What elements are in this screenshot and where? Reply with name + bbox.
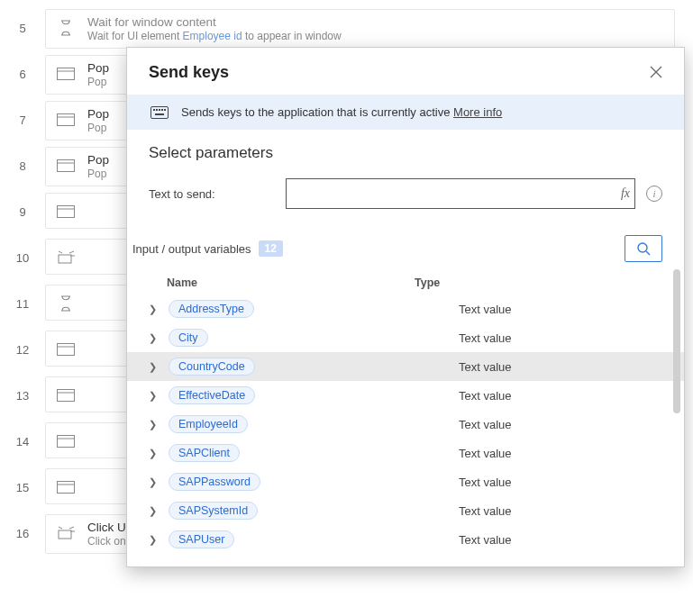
svg-rect-17 <box>59 530 71 539</box>
fx-button[interactable]: fx <box>621 186 630 201</box>
step-subtitle: Pop <box>87 122 109 134</box>
svg-rect-2 <box>58 114 75 126</box>
svg-rect-9 <box>58 344 75 356</box>
window-icon <box>55 201 77 222</box>
variable-row[interactable]: ❯SAPPasswordText value <box>127 467 684 496</box>
svg-rect-11 <box>58 390 75 402</box>
variable-type: Text value <box>459 504 684 518</box>
window-icon <box>55 430 77 452</box>
step-number: 6 <box>0 55 45 81</box>
text-to-send-input[interactable] <box>286 178 635 209</box>
variable-type: Text value <box>459 303 684 316</box>
step-number: 13 <box>0 376 45 403</box>
step-title: Wait for window content <box>87 15 342 29</box>
step-number: 15 <box>0 468 45 494</box>
window-icon <box>55 155 77 177</box>
window-icon <box>55 476 77 498</box>
variable-row[interactable]: ❯CountryCodeText value <box>127 352 684 381</box>
chevron-right-icon[interactable]: ❯ <box>149 361 163 373</box>
svg-rect-6 <box>58 206 75 218</box>
svg-rect-21 <box>159 109 160 111</box>
params-heading: Select parameters <box>149 144 662 162</box>
tap-icon <box>55 522 77 544</box>
svg-rect-15 <box>58 482 75 494</box>
chevron-right-icon[interactable]: ❯ <box>149 505 163 517</box>
step-number: 8 <box>0 147 45 173</box>
variable-pill[interactable]: City <box>169 329 208 347</box>
step-subtitle: Wait for UI element Employee id to appea… <box>87 30 342 42</box>
svg-line-26 <box>646 251 650 255</box>
variable-pill[interactable]: EffectiveDate <box>169 386 255 404</box>
variable-pill[interactable]: EmployeeId <box>169 415 248 433</box>
chevron-right-icon[interactable]: ❯ <box>149 332 163 344</box>
step-number: 14 <box>0 422 45 448</box>
more-info-link[interactable]: More info <box>453 105 502 119</box>
col-header-name: Name <box>167 276 415 289</box>
svg-rect-20 <box>156 109 158 111</box>
window-icon <box>55 63 77 85</box>
hourglass-icon <box>55 293 77 314</box>
dialog-title: Send keys <box>149 63 229 82</box>
svg-point-25 <box>638 243 647 252</box>
step-link[interactable]: Employee id <box>183 30 242 42</box>
variable-pill[interactable]: SAPClient <box>169 444 240 462</box>
variable-type: Text value <box>459 447 684 460</box>
keyboard-icon <box>150 106 169 119</box>
variable-pill[interactable]: SAPUser <box>169 530 234 548</box>
variable-pill[interactable]: AddressType <box>169 300 254 318</box>
variable-type: Text value <box>459 418 684 431</box>
svg-rect-13 <box>58 436 75 448</box>
scrollbar[interactable] <box>673 269 680 413</box>
svg-rect-18 <box>151 106 169 118</box>
variable-type: Text value <box>459 331 684 345</box>
chevron-right-icon[interactable]: ❯ <box>149 419 163 430</box>
close-icon[interactable] <box>646 62 666 82</box>
variable-type: Text value <box>459 476 684 489</box>
step-number: 5 <box>0 9 45 35</box>
chevron-right-icon[interactable]: ❯ <box>149 303 163 315</box>
variable-row[interactable]: ❯SAPUserText value <box>127 525 684 554</box>
variable-pill[interactable]: SAPSystemId <box>169 502 258 520</box>
svg-rect-8 <box>59 255 71 263</box>
chevron-right-icon[interactable]: ❯ <box>149 448 163 459</box>
step-number: 9 <box>0 193 45 219</box>
step-subtitle: Pop <box>87 76 109 88</box>
chevron-right-icon[interactable]: ❯ <box>149 390 163 402</box>
step-number: 12 <box>0 331 45 357</box>
search-button[interactable] <box>625 235 662 262</box>
svg-rect-23 <box>164 109 166 111</box>
variables-header: Input / output variables <box>132 242 251 256</box>
step-title: Pop <box>87 107 109 121</box>
step-number: 10 <box>0 239 45 265</box>
info-banner: Sends keys to the application that is cu… <box>127 95 684 130</box>
flow-step[interactable]: Wait for window contentWait for UI eleme… <box>45 9 675 49</box>
variable-row[interactable]: ❯SAPClientText value <box>127 439 684 467</box>
step-number: 11 <box>0 285 45 311</box>
tap-icon <box>55 247 77 268</box>
variable-type: Text value <box>459 360 684 374</box>
window-icon <box>55 109 77 131</box>
variable-row[interactable]: ❯AddressTypeText value <box>127 294 684 323</box>
variable-row[interactable]: ❯SAPSystemIdText value <box>127 496 684 525</box>
variable-row[interactable]: ❯EmployeeIdText value <box>127 410 684 439</box>
search-icon <box>636 241 651 256</box>
step-title: Pop <box>87 153 109 167</box>
banner-text: Sends keys to the application that is cu… <box>181 105 450 119</box>
svg-rect-19 <box>153 109 155 111</box>
hourglass-icon <box>55 17 77 39</box>
step-number: 16 <box>0 514 45 540</box>
info-icon[interactable]: i <box>646 186 662 202</box>
step-number: 7 <box>0 101 45 127</box>
variable-row[interactable]: ❯EffectiveDateText value <box>127 381 684 410</box>
window-icon <box>55 339 77 360</box>
svg-rect-0 <box>58 68 75 80</box>
chevron-right-icon[interactable]: ❯ <box>149 534 163 546</box>
send-keys-dialog: Send keys Sends keys to the application … <box>126 47 685 567</box>
chevron-right-icon[interactable]: ❯ <box>149 476 163 488</box>
variable-row[interactable]: ❯CityText value <box>127 323 684 352</box>
col-header-type: Type <box>415 276 440 289</box>
variable-pill[interactable]: CountryCode <box>169 358 255 376</box>
text-to-send-label: Text to send: <box>149 187 275 201</box>
variable-pill[interactable]: SAPPassword <box>169 473 260 491</box>
svg-rect-24 <box>155 113 164 115</box>
